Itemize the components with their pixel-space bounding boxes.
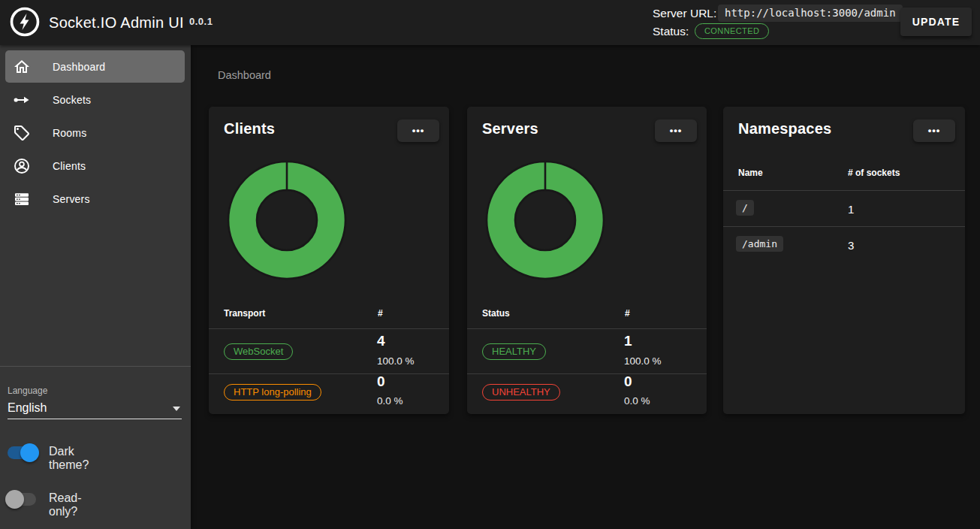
language-label: Language [8,385,47,396]
sidebar-item-label: Rooms [53,127,86,139]
row-percent: 100.0 % [377,355,415,367]
readonly-label: Read-only? [49,491,82,518]
more-menu-icon[interactable]: ••• [913,119,955,142]
transport-badge: HTTP long-polling [224,384,321,401]
socketio-logo-icon [10,7,40,37]
account-circle-icon [13,157,31,175]
toggle-thumb [5,490,24,509]
namespace-chip: /admin [736,236,783,252]
server-url-label: Server URL: [653,7,716,20]
servers-donut-chart [485,160,605,280]
row-count: 0 [624,373,632,390]
more-menu-icon[interactable]: ••• [655,119,697,142]
sidebar-item-label: Servers [53,193,90,205]
row-divider [209,373,449,374]
sidebar: Dashboard Sockets Rooms Clients [0,45,191,529]
row-count: 0 [377,373,385,390]
row-percent: 0.0 % [624,395,650,407]
sidebar-item-clients[interactable]: Clients [5,150,185,182]
sidebar-item-label: Clients [53,160,86,172]
column-header: # [378,308,383,319]
column-header: # [625,308,630,319]
status-badge: UNHEALTHY [482,384,560,401]
row-divider [467,328,707,329]
row-divider [467,373,707,374]
column-header: # of sockets [848,168,900,178]
status-badge: HEALTHY [482,343,546,360]
row-divider [723,190,965,191]
sidebar-item-sockets[interactable]: Sockets [5,83,185,116]
status-badge: CONNECTED [695,23,769,39]
row-divider [209,328,449,329]
app-title: Socket.IO Admin UI [49,0,184,45]
server-url-value[interactable]: http://localhost:3000/admin [718,5,903,22]
status-label: Status: [653,25,689,38]
clients-donut-chart [227,160,347,280]
sidebar-item-dashboard[interactable]: Dashboard [5,50,185,83]
update-button[interactable]: UPDATE [900,8,972,36]
breadcrumb: Dashboard [218,69,271,81]
app-version: 0.0.1 [189,16,213,27]
sidebar-item-label: Dashboard [53,61,105,73]
namespace-chip: / [736,200,754,216]
server-icon [13,190,31,208]
language-value: English [8,401,47,414]
language-select[interactable]: English [8,398,182,419]
row-percent: 0.0 % [377,395,403,407]
sidebar-item-rooms[interactable]: Rooms [5,116,185,149]
card-title: Namespaces [738,120,831,138]
sidebar-item-label: Sockets [53,94,91,106]
namespaces-card: Namespaces ••• Name # of sockets / 1 /ad… [723,107,965,414]
servers-card: Servers ••• Status # HEALTHY 1 100.0 % U… [467,107,707,414]
row-percent: 100.0 % [624,355,662,367]
card-title: Servers [482,120,538,138]
clients-card: Clients ••• Transport # WebSocket 4 100.… [209,107,449,414]
column-header: Name [738,168,763,178]
tag-icon [13,124,31,142]
row-count: 4 [377,333,385,349]
socket-count: 3 [848,239,854,252]
home-icon [13,58,31,76]
sidebar-item-servers[interactable]: Servers [5,183,185,215]
ray-arrow-icon [13,91,31,109]
chevron-down-icon [173,407,180,411]
more-menu-icon[interactable]: ••• [397,119,439,142]
transport-badge: WebSocket [224,343,293,360]
dark-theme-label: Dark theme? [49,445,89,472]
main-content: Dashboard Clients ••• Transport # WebSoc… [191,45,980,529]
app-header: Socket.IO Admin UI 0.0.1 Server URL: htt… [0,0,980,45]
row-count: 1 [624,333,632,349]
card-title: Clients [224,120,275,138]
column-header: Transport [224,308,265,319]
sidebar-divider [0,366,191,367]
toggle-thumb [20,443,39,462]
row-divider [723,226,965,227]
column-header: Status [482,308,510,319]
socket-count: 1 [848,203,854,216]
